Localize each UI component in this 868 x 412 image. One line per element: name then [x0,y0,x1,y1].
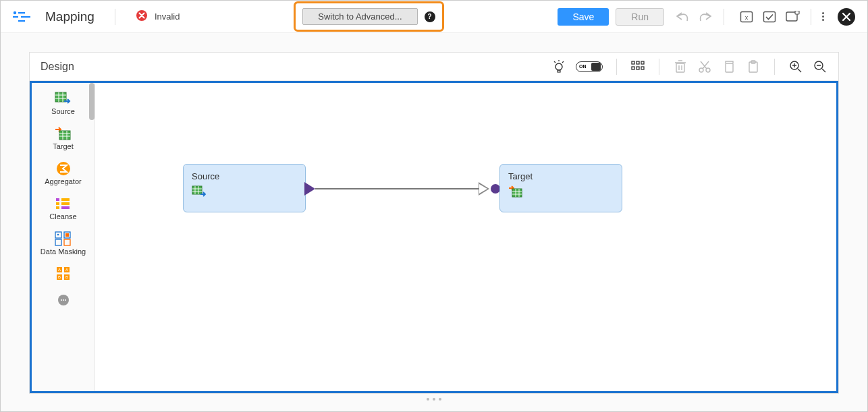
svg-rect-18 [641,67,644,69]
palette-more-icon[interactable] [58,295,69,305]
svg-rect-19 [676,63,684,72]
target-icon [54,126,72,141]
separator [616,59,617,75]
svg-rect-39 [64,239,70,245]
redo-icon[interactable] [698,9,713,24]
paste-icon[interactable] [746,59,761,74]
svg-rect-12 [558,70,560,72]
svg-rect-32 [56,202,59,205]
variable-icon[interactable]: x [739,9,754,24]
target-icon [508,188,523,200]
svg-rect-41 [65,233,69,237]
delete-icon[interactable] [673,59,688,74]
lightbulb-icon[interactable] [551,59,566,74]
panel-resize-handle[interactable] [29,394,839,405]
separator [724,9,724,25]
aggregator-icon [55,161,72,176]
flow-start-icon [304,182,315,196]
design-canvas[interactable]: Source Target [95,83,836,391]
source-icon [192,188,207,200]
svg-point-40 [57,234,59,236]
undo-icon[interactable] [675,9,690,24]
help-icon[interactable]: ? [425,11,435,22]
svg-rect-38 [55,239,61,245]
save-button[interactable]: Save [558,8,609,26]
top-bar-center: Switch to Advanced... ? [180,1,558,32]
separator [811,9,811,25]
separator [115,9,115,25]
top-bar-right: Save Run x [558,8,855,26]
flow-arrowhead-icon [479,182,489,196]
svg-text:x: x [745,14,749,21]
zoom-in-icon[interactable] [788,59,803,74]
design-header: Design ON [30,53,838,81]
validate-icon[interactable] [762,9,777,24]
palette-source[interactable]: Source [51,91,75,115]
status-label: Invalid [155,11,180,22]
status-indicator: Invalid [136,9,180,24]
svg-rect-10 [795,11,799,14]
toggle-knob [591,63,601,71]
validate-icons: x [739,9,800,24]
data-masking-icon [54,231,72,246]
palette-extra[interactable]: AABB [55,266,72,281]
mapping-logo-icon [13,9,33,24]
svg-rect-35 [61,206,70,209]
canvas-target-node[interactable]: Target [499,164,622,212]
view-toggle[interactable]: ON [576,61,603,72]
svg-rect-15 [641,61,644,64]
grid-icon[interactable] [630,59,645,74]
close-button[interactable] [838,8,855,26]
svg-text:A: A [65,268,67,272]
canvas-source-node[interactable]: Source [183,164,306,212]
svg-rect-28 [59,131,70,140]
palette-label: Data Masking [40,247,86,256]
svg-point-0 [13,11,16,13]
svg-rect-22 [726,63,733,72]
svg-rect-14 [636,61,639,64]
design-title: Design [40,61,74,73]
palette-cleanse[interactable]: Cleanse [49,196,76,220]
svg-rect-3 [18,20,25,22]
copy-icon[interactable] [722,59,736,74]
app-root: Mapping Invalid Switch to Advanced... ? … [0,0,868,412]
more-options-icon[interactable] [822,12,824,21]
palette-label: Source [51,107,75,115]
svg-point-11 [555,63,562,70]
switch-highlight-box: Switch to Advanced... ? [294,1,443,32]
svg-rect-16 [632,67,634,69]
zoom-out-icon[interactable] [813,59,828,74]
main-area: Design ON [1,33,867,411]
node-label: Target [508,171,614,181]
svg-rect-4 [13,16,18,18]
ab-icon: AABB [55,266,72,281]
design-toolbar: ON [551,59,828,75]
flow-connector[interactable] [315,188,482,189]
palette-data-masking[interactable]: Data Masking [40,231,86,256]
palette-target[interactable]: Target [53,126,74,150]
palette-scrollbar[interactable] [89,83,94,120]
svg-rect-17 [636,67,639,69]
svg-rect-1 [18,12,25,13]
svg-rect-27 [55,92,66,102]
svg-rect-51 [512,189,522,197]
palette-label: Target [53,142,74,150]
history-icons [675,9,713,24]
svg-rect-34 [56,206,59,209]
cleanse-icon [54,196,72,211]
page-title: Mapping [45,9,94,24]
svg-rect-13 [632,61,634,64]
svg-text:A: A [57,268,60,272]
tablet-icon[interactable] [785,9,800,24]
separator [659,59,659,75]
cut-icon[interactable] [697,59,712,74]
svg-text:B: B [57,275,60,279]
design-panel: Design ON [29,52,839,394]
toggle-label: ON [579,64,587,69]
error-icon [136,9,148,24]
separator [774,59,775,75]
switch-to-advanced-button[interactable]: Switch to Advanced... [302,8,417,25]
palette-aggregator[interactable]: Aggregator [45,161,81,185]
node-label: Source [192,171,297,181]
svg-rect-50 [192,186,202,194]
